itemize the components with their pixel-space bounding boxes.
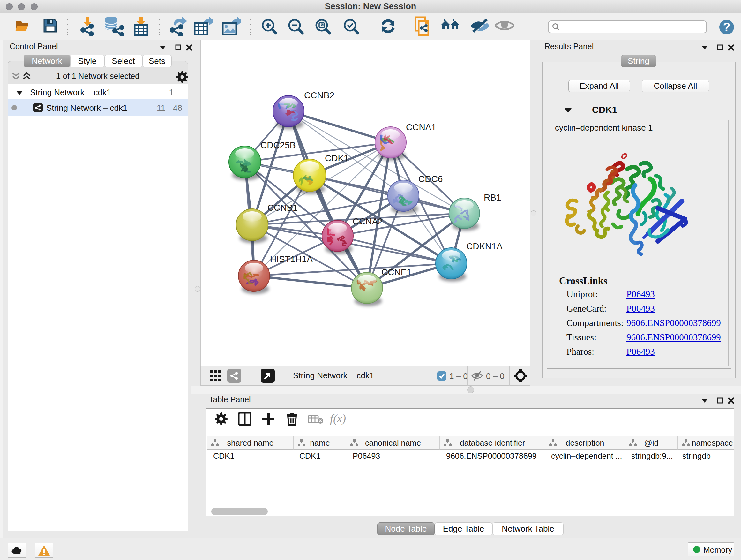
svg-text:CDKN1A: CDKN1A bbox=[466, 241, 502, 251]
svg-text:CCNA2: CCNA2 bbox=[353, 216, 383, 226]
svg-text:CDC25B: CDC25B bbox=[260, 140, 295, 150]
svg-text:CCNE1: CCNE1 bbox=[381, 267, 412, 277]
svg-text:CCNB1: CCNB1 bbox=[267, 203, 298, 212]
svg-text:CDC6: CDC6 bbox=[418, 174, 443, 184]
svg-text:CCNB2: CCNB2 bbox=[304, 90, 334, 100]
svg-text:HIST1H1A: HIST1H1A bbox=[270, 254, 313, 264]
svg-text:CCNA1: CCNA1 bbox=[406, 122, 436, 132]
svg-text:RB1: RB1 bbox=[484, 192, 501, 202]
svg-text:CDK1: CDK1 bbox=[325, 153, 349, 163]
